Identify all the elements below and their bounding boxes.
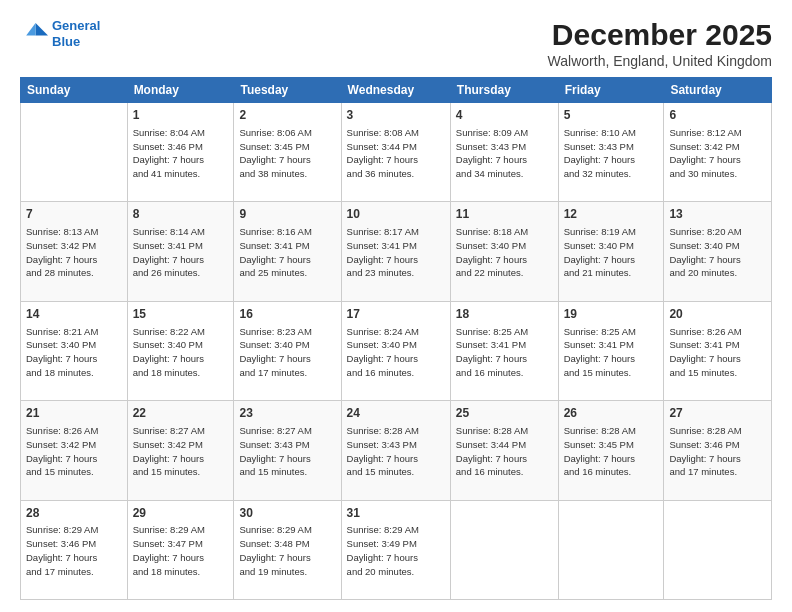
weekday-header: Sunday	[21, 78, 128, 103]
day-number: 27	[669, 405, 766, 422]
calendar-cell: 4Sunrise: 8:09 AM Sunset: 3:43 PM Daylig…	[450, 103, 558, 202]
calendar-cell: 27Sunrise: 8:28 AM Sunset: 3:46 PM Dayli…	[664, 401, 772, 500]
day-info: Sunrise: 8:19 AM Sunset: 3:40 PM Dayligh…	[564, 225, 659, 280]
svg-marker-0	[36, 23, 48, 35]
day-info: Sunrise: 8:04 AM Sunset: 3:46 PM Dayligh…	[133, 126, 229, 181]
calendar-cell: 19Sunrise: 8:25 AM Sunset: 3:41 PM Dayli…	[558, 301, 664, 400]
logo-line1: General	[52, 18, 100, 33]
day-info: Sunrise: 8:28 AM Sunset: 3:44 PM Dayligh…	[456, 424, 553, 479]
day-number: 4	[456, 107, 553, 124]
day-info: Sunrise: 8:22 AM Sunset: 3:40 PM Dayligh…	[133, 325, 229, 380]
day-number: 30	[239, 505, 335, 522]
day-info: Sunrise: 8:14 AM Sunset: 3:41 PM Dayligh…	[133, 225, 229, 280]
day-info: Sunrise: 8:27 AM Sunset: 3:42 PM Dayligh…	[133, 424, 229, 479]
calendar-cell	[450, 500, 558, 599]
logo-text: General Blue	[52, 18, 100, 49]
calendar-week-row: 7Sunrise: 8:13 AM Sunset: 3:42 PM Daylig…	[21, 202, 772, 301]
day-number: 20	[669, 306, 766, 323]
calendar-cell: 23Sunrise: 8:27 AM Sunset: 3:43 PM Dayli…	[234, 401, 341, 500]
day-info: Sunrise: 8:20 AM Sunset: 3:40 PM Dayligh…	[669, 225, 766, 280]
calendar-cell: 6Sunrise: 8:12 AM Sunset: 3:42 PM Daylig…	[664, 103, 772, 202]
day-number: 17	[347, 306, 445, 323]
day-number: 29	[133, 505, 229, 522]
day-number: 5	[564, 107, 659, 124]
day-info: Sunrise: 8:28 AM Sunset: 3:46 PM Dayligh…	[669, 424, 766, 479]
day-info: Sunrise: 8:29 AM Sunset: 3:48 PM Dayligh…	[239, 523, 335, 578]
day-number: 1	[133, 107, 229, 124]
calendar-cell: 12Sunrise: 8:19 AM Sunset: 3:40 PM Dayli…	[558, 202, 664, 301]
day-number: 26	[564, 405, 659, 422]
calendar-cell	[21, 103, 128, 202]
day-number: 19	[564, 306, 659, 323]
day-info: Sunrise: 8:26 AM Sunset: 3:42 PM Dayligh…	[26, 424, 122, 479]
day-info: Sunrise: 8:25 AM Sunset: 3:41 PM Dayligh…	[564, 325, 659, 380]
day-number: 14	[26, 306, 122, 323]
calendar-cell: 10Sunrise: 8:17 AM Sunset: 3:41 PM Dayli…	[341, 202, 450, 301]
calendar-cell: 5Sunrise: 8:10 AM Sunset: 3:43 PM Daylig…	[558, 103, 664, 202]
logo: General Blue	[20, 18, 100, 49]
calendar-cell: 9Sunrise: 8:16 AM Sunset: 3:41 PM Daylig…	[234, 202, 341, 301]
calendar-cell: 13Sunrise: 8:20 AM Sunset: 3:40 PM Dayli…	[664, 202, 772, 301]
calendar-cell	[664, 500, 772, 599]
calendar-header-row: SundayMondayTuesdayWednesdayThursdayFrid…	[21, 78, 772, 103]
day-number: 25	[456, 405, 553, 422]
calendar-cell: 14Sunrise: 8:21 AM Sunset: 3:40 PM Dayli…	[21, 301, 128, 400]
calendar-cell: 24Sunrise: 8:28 AM Sunset: 3:43 PM Dayli…	[341, 401, 450, 500]
day-number: 7	[26, 206, 122, 223]
day-number: 18	[456, 306, 553, 323]
day-number: 8	[133, 206, 229, 223]
weekday-header: Saturday	[664, 78, 772, 103]
weekday-header: Tuesday	[234, 78, 341, 103]
day-info: Sunrise: 8:29 AM Sunset: 3:49 PM Dayligh…	[347, 523, 445, 578]
day-info: Sunrise: 8:26 AM Sunset: 3:41 PM Dayligh…	[669, 325, 766, 380]
day-info: Sunrise: 8:08 AM Sunset: 3:44 PM Dayligh…	[347, 126, 445, 181]
svg-marker-1	[26, 23, 35, 35]
day-info: Sunrise: 8:29 AM Sunset: 3:47 PM Dayligh…	[133, 523, 229, 578]
day-info: Sunrise: 8:28 AM Sunset: 3:43 PM Dayligh…	[347, 424, 445, 479]
calendar-cell: 16Sunrise: 8:23 AM Sunset: 3:40 PM Dayli…	[234, 301, 341, 400]
weekday-header: Monday	[127, 78, 234, 103]
day-info: Sunrise: 8:13 AM Sunset: 3:42 PM Dayligh…	[26, 225, 122, 280]
calendar-cell: 25Sunrise: 8:28 AM Sunset: 3:44 PM Dayli…	[450, 401, 558, 500]
day-number: 16	[239, 306, 335, 323]
day-info: Sunrise: 8:06 AM Sunset: 3:45 PM Dayligh…	[239, 126, 335, 181]
calendar-week-row: 28Sunrise: 8:29 AM Sunset: 3:46 PM Dayli…	[21, 500, 772, 599]
day-info: Sunrise: 8:23 AM Sunset: 3:40 PM Dayligh…	[239, 325, 335, 380]
calendar-cell: 31Sunrise: 8:29 AM Sunset: 3:49 PM Dayli…	[341, 500, 450, 599]
calendar-cell: 29Sunrise: 8:29 AM Sunset: 3:47 PM Dayli…	[127, 500, 234, 599]
calendar-cell: 28Sunrise: 8:29 AM Sunset: 3:46 PM Dayli…	[21, 500, 128, 599]
day-info: Sunrise: 8:18 AM Sunset: 3:40 PM Dayligh…	[456, 225, 553, 280]
day-number: 28	[26, 505, 122, 522]
day-number: 31	[347, 505, 445, 522]
calendar-cell: 2Sunrise: 8:06 AM Sunset: 3:45 PM Daylig…	[234, 103, 341, 202]
day-info: Sunrise: 8:25 AM Sunset: 3:41 PM Dayligh…	[456, 325, 553, 380]
weekday-header: Thursday	[450, 78, 558, 103]
logo-line2: Blue	[52, 34, 80, 49]
day-number: 13	[669, 206, 766, 223]
day-number: 3	[347, 107, 445, 124]
day-number: 10	[347, 206, 445, 223]
day-info: Sunrise: 8:27 AM Sunset: 3:43 PM Dayligh…	[239, 424, 335, 479]
title-block: December 2025 Walworth, England, United …	[548, 18, 772, 69]
day-number: 9	[239, 206, 335, 223]
day-number: 11	[456, 206, 553, 223]
page: General Blue December 2025 Walworth, Eng…	[0, 0, 792, 612]
day-info: Sunrise: 8:17 AM Sunset: 3:41 PM Dayligh…	[347, 225, 445, 280]
day-number: 24	[347, 405, 445, 422]
calendar-cell: 18Sunrise: 8:25 AM Sunset: 3:41 PM Dayli…	[450, 301, 558, 400]
day-number: 15	[133, 306, 229, 323]
calendar-week-row: 14Sunrise: 8:21 AM Sunset: 3:40 PM Dayli…	[21, 301, 772, 400]
calendar-week-row: 1Sunrise: 8:04 AM Sunset: 3:46 PM Daylig…	[21, 103, 772, 202]
calendar-table: SundayMondayTuesdayWednesdayThursdayFrid…	[20, 77, 772, 600]
calendar-cell: 22Sunrise: 8:27 AM Sunset: 3:42 PM Dayli…	[127, 401, 234, 500]
calendar-cell: 30Sunrise: 8:29 AM Sunset: 3:48 PM Dayli…	[234, 500, 341, 599]
calendar-cell: 20Sunrise: 8:26 AM Sunset: 3:41 PM Dayli…	[664, 301, 772, 400]
day-info: Sunrise: 8:09 AM Sunset: 3:43 PM Dayligh…	[456, 126, 553, 181]
main-title: December 2025	[548, 18, 772, 51]
weekday-header: Friday	[558, 78, 664, 103]
calendar-cell: 17Sunrise: 8:24 AM Sunset: 3:40 PM Dayli…	[341, 301, 450, 400]
calendar-cell: 11Sunrise: 8:18 AM Sunset: 3:40 PM Dayli…	[450, 202, 558, 301]
day-info: Sunrise: 8:24 AM Sunset: 3:40 PM Dayligh…	[347, 325, 445, 380]
calendar-cell: 21Sunrise: 8:26 AM Sunset: 3:42 PM Dayli…	[21, 401, 128, 500]
calendar-cell: 26Sunrise: 8:28 AM Sunset: 3:45 PM Dayli…	[558, 401, 664, 500]
